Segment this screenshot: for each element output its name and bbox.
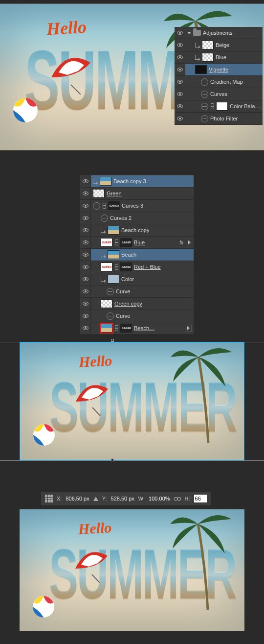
visibility-toggle[interactable]	[80, 249, 91, 261]
panel1-row-3[interactable]: Vignette	[175, 64, 263, 76]
panel1-row-4[interactable]: Gradient Map	[175, 76, 263, 88]
panel2-row-12[interactable]: SUMMERBeach…	[80, 322, 194, 334]
panel2-row-10[interactable]: Green copy	[80, 298, 194, 310]
visibility-toggle[interactable]	[80, 237, 91, 248]
mask-thumb[interactable]: SUMMER	[120, 324, 132, 333]
layer-name-label[interactable]: Curve	[116, 288, 130, 294]
y-value[interactable]: 528.50 px	[111, 496, 134, 501]
layer-thumb[interactable]	[202, 53, 214, 62]
visibility-toggle[interactable]	[175, 113, 185, 124]
delta-icon[interactable]	[93, 497, 98, 501]
link-wh-icon[interactable]	[174, 496, 181, 501]
layer-name-label[interactable]: Blue	[216, 54, 226, 60]
h-input[interactable]: 66	[194, 495, 207, 502]
link-icon[interactable]	[102, 203, 106, 209]
visibility-toggle[interactable]	[175, 88, 185, 100]
panel2-row-0[interactable]: Beach copy 3	[80, 175, 194, 188]
layer-name-label[interactable]: Blue	[134, 239, 145, 245]
layer-thumb[interactable]	[108, 250, 119, 259]
layer-name-label[interactable]: Curves 3	[122, 203, 143, 209]
panel1-row-1[interactable]: Beige	[175, 39, 263, 51]
layer-name-label[interactable]: Gradient Map	[210, 79, 243, 85]
panel2-row-11[interactable]: Curve	[80, 310, 194, 322]
visibility-toggle[interactable]	[175, 39, 185, 51]
layer-name-label[interactable]: Vignette	[209, 67, 228, 72]
layer-thumb[interactable]	[93, 189, 105, 198]
visibility-toggle[interactable]	[175, 27, 185, 39]
panel1-row-0[interactable]: Adjustments	[175, 27, 263, 39]
layer-thumb[interactable]	[101, 299, 112, 308]
panel2-row-5[interactable]: SUMMERSUMMERBluefx	[80, 237, 194, 249]
layer-name-label[interactable]: Curve	[116, 313, 130, 319]
visibility-toggle[interactable]	[80, 188, 91, 199]
transform-handle-top[interactable]	[111, 339, 114, 342]
panel2-row-1[interactable]: Green	[80, 188, 194, 200]
fx-arrow-icon[interactable]	[188, 240, 191, 244]
visibility-toggle[interactable]	[80, 310, 91, 322]
visibility-toggle[interactable]	[175, 64, 185, 75]
layer-name-label[interactable]: Adjustments	[203, 30, 233, 36]
panel-menu-icon[interactable]	[185, 325, 192, 332]
x-value[interactable]: 806.50 px	[66, 496, 89, 501]
layer-thumb[interactable]	[101, 324, 112, 333]
visibility-toggle[interactable]	[80, 200, 91, 212]
mask-thumb[interactable]: SUMMER	[120, 262, 132, 271]
visibility-toggle[interactable]	[80, 286, 91, 297]
layer-thumb[interactable]	[202, 41, 214, 49]
disclosure-arrow-icon[interactable]	[187, 32, 191, 34]
panel2-row-6[interactable]: Beach	[80, 249, 194, 261]
layer-name-label[interactable]: Curves	[210, 91, 227, 97]
layer-name-label[interactable]: Beach	[121, 252, 136, 258]
panel1-row-6[interactable]: Color Bala…	[175, 100, 263, 113]
fx-label[interactable]: fx	[179, 240, 186, 245]
panel2-row-4[interactable]: Beach copy	[80, 224, 194, 237]
mask-thumb[interactable]	[216, 102, 228, 111]
layer-thumb[interactable]: SUMMER	[101, 262, 112, 271]
visibility-toggle[interactable]	[80, 273, 91, 285]
layers-panel-1[interactable]: AdjustmentsBeigeBlueVignetteGradient Map…	[175, 27, 263, 125]
layer-name-label[interactable]: Color	[121, 276, 134, 282]
layer-name-label[interactable]: Green copy	[114, 301, 142, 307]
visibility-toggle[interactable]	[175, 76, 185, 88]
layer-name-label[interactable]: Beach copy	[121, 227, 149, 233]
layer-thumb[interactable]	[108, 275, 119, 284]
panel1-row-7[interactable]: Photo Filter	[175, 113, 263, 125]
link-icon[interactable]	[210, 103, 214, 109]
link-icon[interactable]	[114, 239, 118, 245]
link-icon[interactable]	[114, 264, 118, 270]
visibility-toggle[interactable]	[175, 51, 185, 63]
mask-thumb[interactable]: SUMMER	[120, 238, 132, 247]
visibility-toggle[interactable]	[175, 100, 185, 112]
layer-thumb[interactable]	[108, 226, 119, 235]
reference-point-grid[interactable]	[45, 495, 53, 502]
visibility-toggle[interactable]	[80, 298, 91, 310]
panel2-row-8[interactable]: Color	[80, 273, 194, 286]
transform-handle-bottom[interactable]	[111, 458, 114, 461]
panel2-row-2[interactable]: SUMMERCurves 3	[80, 200, 194, 212]
layer-name-label[interactable]: Red + Blue	[134, 264, 161, 270]
layer-name-label[interactable]: Beige	[216, 42, 229, 48]
panel2-row-7[interactable]: SUMMERSUMMERRed + Blue	[80, 261, 194, 273]
layer-name-label[interactable]: Photo Filter	[210, 116, 238, 121]
layer-name-label[interactable]: Beach…	[134, 325, 154, 331]
visibility-toggle[interactable]	[80, 212, 91, 224]
w-value[interactable]: 100.00%	[149, 496, 170, 501]
layers-panel-2[interactable]: Beach copy 3GreenSUMMERCurves 3Curves 2B…	[80, 175, 194, 334]
visibility-toggle[interactable]	[80, 224, 91, 236]
layer-name-label[interactable]: Color Bala…	[230, 103, 260, 109]
mask-thumb[interactable]: SUMMER	[108, 201, 120, 210]
layer-thumb[interactable]	[195, 65, 207, 74]
layer-name-label[interactable]: Green	[107, 191, 122, 196]
visibility-toggle[interactable]	[80, 322, 91, 334]
layer-thumb[interactable]: SUMMER	[101, 238, 112, 247]
panel1-row-2[interactable]: Blue	[175, 51, 263, 64]
panel1-row-5[interactable]: Curves	[175, 88, 263, 100]
visibility-toggle[interactable]	[80, 261, 91, 273]
layer-name-label[interactable]: Beach copy 3	[113, 178, 146, 184]
panel2-row-3[interactable]: Curves 2	[80, 212, 194, 224]
link-icon[interactable]	[114, 325, 118, 331]
layer-thumb[interactable]	[100, 177, 111, 186]
visibility-toggle[interactable]	[80, 175, 91, 187]
panel2-row-9[interactable]: Curve	[80, 286, 194, 298]
layer-name-label[interactable]: Curves 2	[110, 215, 132, 221]
